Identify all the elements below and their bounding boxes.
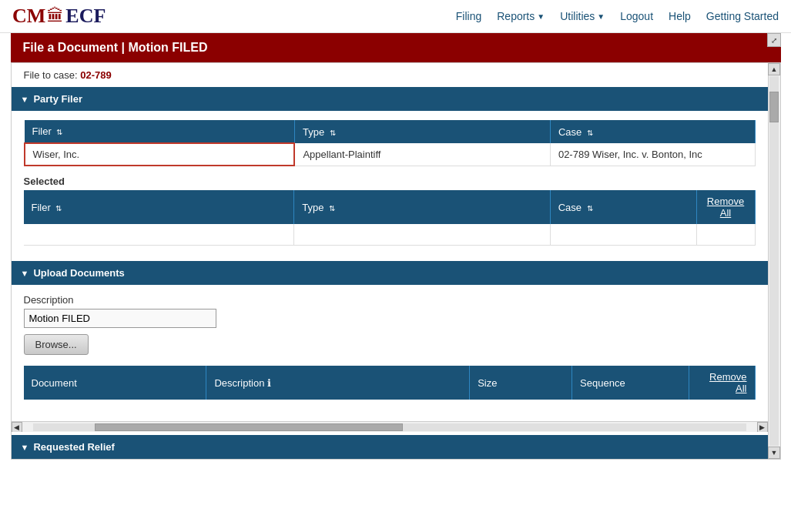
- main-wrapper: File a Document | Motion FILED File to c…: [11, 33, 781, 460]
- type-sort-icon: ⇅: [330, 129, 336, 137]
- case-col-header[interactable]: Case ⇅: [550, 120, 755, 143]
- expand-button[interactable]: ⤢: [767, 33, 781, 47]
- description-input[interactable]: [24, 309, 216, 328]
- docs-empty-desc: [206, 400, 470, 412]
- type-col-header[interactable]: Type ⇅: [294, 120, 550, 143]
- remove-all-col-header: Remove All: [689, 366, 755, 400]
- doc-col-header: Document: [24, 366, 206, 400]
- nav-help[interactable]: Help: [669, 10, 691, 22]
- selected-empty-case: [550, 224, 696, 246]
- upload-documents-label: Upload Documents: [33, 267, 124, 279]
- scroll-left-arrow[interactable]: ◀: [12, 422, 22, 433]
- scroll-down-button[interactable]: ▼: [768, 447, 780, 459]
- content-wrapper: File to case: 02-789 ▼ Party Filer Fil: [11, 62, 781, 460]
- selected-table-header-row: Filer ⇅ Type ⇅ Case ⇅: [24, 190, 756, 224]
- sequence-col-header: Sequence: [572, 366, 689, 400]
- upload-documents-toggle: ▼: [21, 269, 29, 278]
- party-filer-section: ▼ Party Filer Filer ⇅: [12, 87, 768, 255]
- requested-relief-section: ▼ Requested Relief: [12, 435, 768, 459]
- nav-utilities[interactable]: Utilities ▼: [560, 10, 605, 22]
- vertical-scroll-track: [769, 76, 779, 446]
- selected-table-empty-row: [24, 224, 756, 246]
- requested-relief-label: Requested Relief: [33, 441, 114, 453]
- scroll-track: [33, 423, 746, 431]
- filer-table-row[interactable]: Wiser, Inc. Appellant-Plaintiff 02-789 W…: [25, 143, 756, 166]
- selected-label: Selected: [24, 176, 756, 187]
- selected-remove-col: Remove All: [696, 190, 755, 224]
- type-value: Appellant-Plaintiff: [294, 143, 550, 166]
- logo-icon: 🏛: [47, 6, 64, 26]
- scroll-thumb[interactable]: [95, 423, 403, 431]
- requested-relief-header[interactable]: ▼ Requested Relief: [12, 435, 768, 459]
- party-filer-label: Party Filer: [33, 93, 82, 105]
- party-filer-header[interactable]: ▼ Party Filer: [12, 87, 768, 111]
- party-filer-toggle: ▼: [21, 95, 29, 104]
- browse-button[interactable]: Browse...: [24, 334, 89, 355]
- title-bar: File a Document | Motion FILED: [11, 33, 781, 62]
- vertical-scroll-thumb[interactable]: [769, 92, 779, 122]
- logo-ecf: ECF: [65, 5, 106, 28]
- selected-section: Selected Filer ⇅ Type: [24, 176, 756, 246]
- selected-type-sort: ⇅: [329, 204, 335, 212]
- filer-sort-icon: ⇅: [56, 128, 62, 136]
- selected-table: Filer ⇅ Type ⇅ Case ⇅: [24, 190, 756, 246]
- upload-documents-body: Description Browse... Document Descripti…: [12, 285, 768, 421]
- nav-links: Filing Reports ▼ Utilities ▼ Logout Help…: [456, 10, 779, 22]
- filer-col-header[interactable]: Filer ⇅: [25, 120, 295, 143]
- selected-type-col[interactable]: Type ⇅: [294, 190, 550, 224]
- scroll-right-arrow[interactable]: ▶: [757, 422, 768, 433]
- horizontal-scrollbar[interactable]: ◀ ▶: [12, 421, 768, 432]
- requested-relief-toggle: ▼: [21, 443, 29, 452]
- inner-content: File to case: 02-789 ▼ Party Filer Fil: [12, 63, 768, 459]
- docs-empty-doc: [24, 400, 206, 412]
- top-navigation: CM 🏛 ECF Filing Reports ▼ Utilities ▼ Lo…: [0, 0, 791, 33]
- nav-reports-label[interactable]: Reports: [497, 10, 535, 22]
- utilities-dropdown-arrow: ▼: [597, 12, 605, 21]
- docs-empty-seq: [572, 400, 689, 412]
- upload-documents-header[interactable]: ▼ Upload Documents: [12, 261, 768, 285]
- nav-utilities-label[interactable]: Utilities: [560, 10, 595, 22]
- selected-empty-remove: [696, 224, 755, 246]
- vertical-scrollbar[interactable]: ▲ ▼: [768, 63, 780, 459]
- description-label: Description: [24, 294, 756, 306]
- page-title: File a Document | Motion FILED: [23, 41, 208, 55]
- desc-col-header: Description ℹ: [206, 366, 470, 400]
- case-number: 02-789: [80, 69, 111, 81]
- size-col-header: Size: [470, 366, 572, 400]
- file-to-case: File to case: 02-789: [12, 63, 768, 87]
- selected-case-col[interactable]: Case ⇅: [550, 190, 696, 224]
- nav-getting-started[interactable]: Getting Started: [706, 10, 779, 22]
- selected-empty-type: [294, 224, 550, 246]
- reports-dropdown-arrow: ▼: [537, 12, 545, 21]
- selected-case-sort: ⇅: [587, 204, 593, 212]
- docs-empty-remove: [689, 400, 755, 412]
- nav-filing[interactable]: Filing: [456, 10, 481, 22]
- upload-documents-section: ▼ Upload Documents Description Browse...…: [12, 261, 768, 421]
- docs-table-header-row: Document Description ℹ Size Sequence Rem…: [24, 366, 756, 400]
- selected-empty-filer: [24, 224, 294, 246]
- logo-cm: CM: [12, 5, 45, 28]
- scroll-up-button[interactable]: ▲: [768, 63, 780, 75]
- docs-empty-size: [470, 400, 572, 412]
- file-to-case-label: File to case:: [24, 69, 78, 81]
- nav-logout[interactable]: Logout: [620, 10, 653, 22]
- logo: CM 🏛 ECF: [12, 5, 106, 28]
- remove-all-button-party[interactable]: Remove All: [705, 196, 747, 219]
- filer-table-header-row: Filer ⇅ Type ⇅ Case ⇅: [25, 120, 756, 143]
- selected-filer-sort: ⇅: [55, 204, 62, 212]
- filer-value: Wiser, Inc.: [25, 143, 295, 166]
- info-icon: ℹ: [267, 377, 271, 389]
- selected-filer-col[interactable]: Filer ⇅: [24, 190, 294, 224]
- documents-table: Document Description ℹ Size Sequence Rem…: [24, 366, 756, 412]
- docs-empty-row: [24, 400, 756, 412]
- nav-reports[interactable]: Reports ▼: [497, 10, 545, 22]
- party-filer-body: Filer ⇅ Type ⇅ Case ⇅: [12, 111, 768, 255]
- remove-all-docs-button[interactable]: Remove All: [709, 371, 746, 394]
- filer-table: Filer ⇅ Type ⇅ Case ⇅: [24, 120, 756, 166]
- case-value: 02-789 Wiser, Inc. v. Bonton, Inc: [550, 143, 755, 166]
- case-sort-icon: ⇅: [587, 129, 593, 137]
